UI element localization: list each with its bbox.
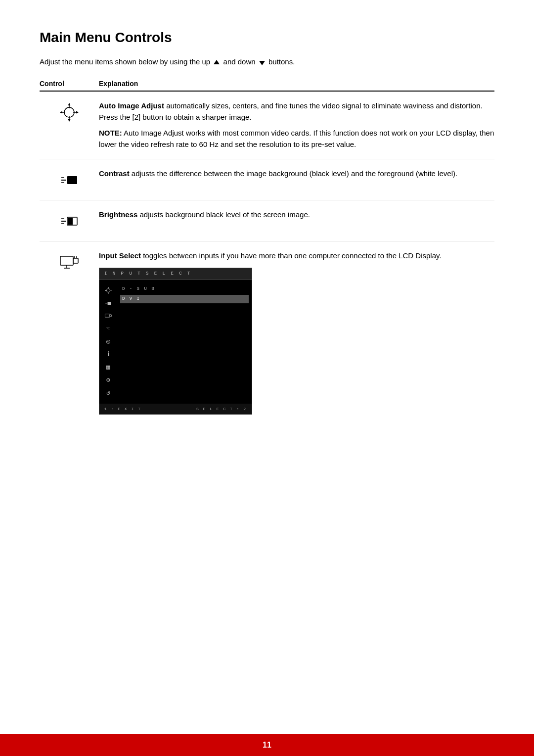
page-number: 11 [263, 741, 271, 750]
osd-icon-exit: ↺ [103, 388, 114, 399]
svg-marker-7 [60, 111, 62, 114]
osd-icon-memory: ▦ [103, 362, 114, 373]
svg-marker-5 [68, 103, 71, 105]
svg-rect-12 [67, 176, 77, 184]
osd-title: I N P U T S E L E C T [104, 271, 191, 276]
osd-icon-color: ◎ [103, 336, 114, 347]
svg-marker-32 [111, 290, 112, 291]
brightness-icon [58, 210, 80, 232]
intro-text: Adjust the menu items shown below by usi… [40, 57, 494, 66]
osd-icon-input [103, 311, 114, 322]
page-number-bar: 11 [0, 734, 534, 756]
contrast-label: Contrast [99, 169, 130, 178]
osd-icon-info: ℹ [103, 349, 114, 360]
osd-menu-dvi: D V I [120, 295, 249, 304]
auto-image-adjust-label: Auto Image Adjust [99, 101, 164, 110]
intro-suffix: buttons. [268, 57, 295, 66]
svg-rect-18 [60, 256, 73, 265]
intro-prefix: Adjust the menu items shown below by usi… [40, 57, 210, 66]
text-input-select: Input Select toggles between inputs if y… [99, 250, 494, 415]
page-content: Main Menu Controls Adjust the menu items… [0, 0, 534, 463]
osd-icon-contrast [103, 298, 114, 309]
row-brightness: Brightness adjusts background black leve… [40, 200, 494, 241]
controls-table: Control Explanation [40, 80, 494, 424]
and-down-text: and down [223, 57, 256, 66]
svg-rect-35 [105, 314, 109, 318]
svg-marker-8 [76, 111, 79, 114]
input-select-icon [58, 251, 80, 273]
col-control-header: Control [40, 80, 99, 88]
svg-marker-31 [105, 290, 106, 291]
osd-title-bar: I N P U T S E L E C T [99, 268, 252, 281]
text-brightness: Brightness adjusts background black leve… [99, 209, 494, 221]
icon-cell-contrast [40, 168, 99, 191]
icon-cell-brightness [40, 209, 99, 232]
svg-point-0 [64, 107, 74, 117]
svg-rect-34 [108, 302, 111, 305]
table-header: Control Explanation [40, 80, 494, 92]
brightness-label: Brightness [99, 210, 137, 219]
osd-icon-settings: ⚙ [103, 375, 114, 386]
osd-menu-dsub: D - S U B [120, 285, 249, 294]
col-explanation-header: Explanation [99, 80, 494, 88]
osd-icon-auto [103, 285, 114, 296]
osd-footer-right: S E L E C T : 2 [196, 406, 247, 412]
row-auto-image-adjust: Auto Image Adjust automatically sizes, c… [40, 92, 494, 159]
row-contrast: Contrast adjusts the difference between … [40, 159, 494, 200]
osd-footer: 1 : E X I T S E L E C T : 2 [99, 404, 252, 414]
osd-icons-col: ☜ ◎ ℹ ▦ ⚙ ↺ [99, 283, 117, 401]
icon-cell-input-select [40, 250, 99, 273]
input-select-label: Input Select [99, 251, 141, 260]
svg-rect-36 [110, 315, 112, 317]
down-arrow-icon [259, 61, 265, 65]
osd-menu-col: D - S U B D V I [117, 283, 252, 401]
svg-rect-17 [68, 218, 73, 225]
page-title: Main Menu Controls [40, 30, 494, 46]
svg-marker-29 [108, 287, 109, 288]
text-contrast: Contrast adjusts the difference between … [99, 168, 494, 180]
svg-point-24 [106, 288, 110, 292]
osd-footer-left: 1 : E X I T [104, 406, 141, 412]
osd-screen: I N P U T S E L E C T [99, 268, 252, 415]
osd-icon-hand: ☜ [103, 324, 114, 334]
contrast-icon [58, 169, 80, 191]
auto-image-adjust-icon [58, 101, 80, 123]
svg-marker-6 [68, 119, 71, 122]
svg-rect-21 [73, 258, 78, 263]
note-label: NOTE: [99, 129, 122, 137]
up-arrow-icon [214, 60, 220, 64]
text-auto-image-adjust: Auto Image Adjust automatically sizes, c… [99, 100, 494, 150]
icon-cell-auto-image-adjust [40, 100, 99, 123]
osd-body: ☜ ◎ ℹ ▦ ⚙ ↺ D - S U B D V I [99, 280, 252, 404]
svg-marker-30 [108, 293, 109, 294]
row-input-select: Input Select toggles between inputs if y… [40, 241, 494, 424]
